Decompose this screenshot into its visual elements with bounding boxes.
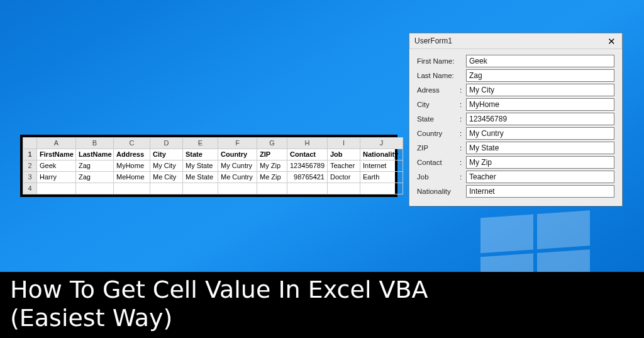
userform-title: UserForm1 — [414, 37, 452, 45]
col-header[interactable]: A — [37, 138, 76, 149]
form-row-nationality: Nationality — [417, 185, 614, 198]
cell[interactable]: Me Cuntry — [218, 172, 257, 183]
form-row-city: City : — [417, 98, 614, 111]
cell[interactable]: My Cuntry — [218, 161, 257, 172]
cell[interactable]: Me State — [183, 172, 218, 183]
cell[interactable]: MeHome — [114, 172, 150, 183]
cell[interactable]: Doctor — [328, 172, 360, 183]
row-header[interactable]: 2 — [23, 161, 37, 172]
form-row-firstname: First Name: — [417, 55, 614, 67]
label-country: Country — [417, 130, 460, 137]
cell[interactable] — [183, 183, 218, 194]
cell[interactable]: ZIP — [257, 149, 287, 161]
label-city: City — [417, 101, 460, 108]
cell[interactable] — [218, 183, 257, 194]
caption-bar: How To Get Cell Value In Excel VBA (Easi… — [0, 272, 644, 338]
table-row: 2 Geek Zag MyHome My City My State My Cu… — [23, 161, 403, 172]
cell[interactable]: MyHome — [114, 161, 150, 172]
form-row-job: Job : — [417, 171, 614, 183]
label-zip: ZIP — [417, 144, 460, 152]
cell[interactable]: 123456789 — [287, 161, 328, 172]
col-header[interactable]: I — [328, 138, 360, 149]
cell[interactable] — [287, 183, 328, 194]
cell[interactable]: FirstName — [37, 149, 76, 161]
input-address[interactable] — [466, 84, 614, 96]
table-row: 3 Harry Zag MeHome Me City Me State Me C… — [23, 172, 403, 183]
cell[interactable] — [360, 183, 403, 194]
desktop-background: A B C D E F G H I J 1 FirstName LastName — [0, 0, 644, 338]
cell[interactable]: My State — [183, 161, 218, 172]
cell[interactable] — [37, 183, 76, 194]
cell[interactable]: Nationality — [360, 149, 403, 161]
row-header[interactable]: 1 — [23, 149, 37, 161]
cell[interactable]: Internet — [360, 161, 403, 172]
col-header[interactable]: F — [218, 138, 257, 149]
cell[interactable] — [328, 183, 360, 194]
caption-line-2: (Easiest Way) — [10, 304, 634, 332]
cell[interactable]: Teacher — [328, 161, 360, 172]
label-contact: Contact — [417, 159, 460, 166]
table-row: 4 — [23, 183, 403, 194]
cell[interactable] — [150, 183, 183, 194]
cell[interactable] — [257, 183, 287, 194]
colon: : — [460, 115, 466, 123]
colon: : — [460, 173, 466, 181]
colon: : — [460, 130, 466, 137]
colon: : — [460, 144, 466, 152]
cell[interactable] — [76, 183, 114, 194]
input-lastname[interactable] — [466, 69, 614, 82]
input-firstname[interactable] — [466, 55, 614, 67]
row-header[interactable]: 4 — [23, 183, 37, 194]
row-header[interactable]: 3 — [23, 172, 37, 183]
input-contact[interactable] — [466, 156, 614, 169]
label-state: State — [417, 115, 460, 123]
cell[interactable]: Country — [218, 149, 257, 161]
cell[interactable]: City — [150, 149, 183, 161]
userform-titlebar[interactable]: UserForm1 ✕ — [409, 33, 622, 49]
cell[interactable]: Geek — [37, 161, 76, 172]
input-state[interactable] — [466, 113, 614, 125]
label-nationality: Nationality — [417, 188, 460, 195]
form-row-zip: ZIP : — [417, 142, 614, 154]
caption-line-1: How To Get Cell Value In Excel VBA — [10, 276, 634, 304]
form-row-lastname: Last Name: — [417, 69, 614, 82]
cell[interactable]: My City — [150, 161, 183, 172]
col-header[interactable]: H — [287, 138, 328, 149]
excel-grid-panel: A B C D E F G H I J 1 FirstName LastName — [20, 135, 397, 197]
input-city[interactable] — [466, 98, 614, 111]
table-row: 1 FirstName LastName Address City State … — [23, 149, 403, 161]
userform-body: First Name: Last Name: Adress : City : S… — [409, 49, 622, 206]
cell[interactable]: Me Zip — [257, 172, 287, 183]
form-row-country: Country : — [417, 127, 614, 140]
col-header[interactable]: E — [183, 138, 218, 149]
cell[interactable]: Earth — [360, 172, 403, 183]
col-header[interactable]: G — [257, 138, 287, 149]
cell[interactable]: Zag — [76, 161, 114, 172]
cell[interactable]: LastName — [76, 149, 114, 161]
cell[interactable]: Job — [328, 149, 360, 161]
cell[interactable]: Address — [114, 149, 150, 161]
cell[interactable]: My Zip — [257, 161, 287, 172]
select-all-corner[interactable] — [23, 138, 37, 149]
userform-window[interactable]: UserForm1 ✕ First Name: Last Name: Adres… — [409, 33, 623, 206]
excel-table: A B C D E F G H I J 1 FirstName LastName — [23, 137, 403, 194]
col-header[interactable]: C — [114, 138, 150, 149]
cell[interactable]: Harry — [37, 172, 76, 183]
col-header[interactable]: D — [150, 138, 183, 149]
cell[interactable]: Me City — [150, 172, 183, 183]
col-header[interactable]: B — [76, 138, 114, 149]
input-job[interactable] — [466, 171, 614, 183]
label-address: Adress — [417, 86, 460, 94]
close-icon[interactable]: ✕ — [603, 35, 619, 47]
cell[interactable] — [114, 183, 150, 194]
cell[interactable]: Zag — [76, 172, 114, 183]
cell[interactable]: Contact — [287, 149, 328, 161]
column-header-row: A B C D E F G H I J — [23, 138, 403, 149]
input-nationality[interactable] — [466, 185, 614, 198]
cell[interactable]: State — [183, 149, 218, 161]
form-row-state: State : — [417, 113, 614, 125]
input-zip[interactable] — [466, 142, 614, 154]
input-country[interactable] — [466, 127, 614, 140]
col-header[interactable]: J — [360, 138, 403, 149]
cell[interactable]: 98765421 — [287, 172, 328, 183]
